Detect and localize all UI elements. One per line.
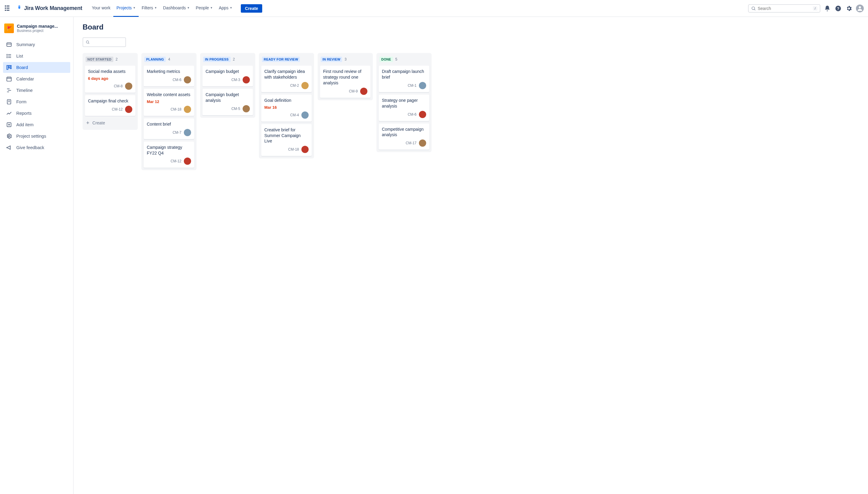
card-title: Marketing metrics <box>147 69 191 74</box>
global-search[interactable]: / <box>748 4 820 13</box>
board-card[interactable]: Creative brief for Summer Campaign LiveC… <box>261 124 312 156</box>
board-card[interactable]: Campaign final checkCM-12 <box>85 95 135 116</box>
nav-apps[interactable]: Apps▼ <box>216 0 235 17</box>
svg-point-0 <box>752 7 755 10</box>
assignee-avatar[interactable] <box>419 82 426 89</box>
board-card[interactable]: Campaign budgetCM-3 <box>203 66 253 87</box>
nav-your-work[interactable]: Your work <box>89 0 114 17</box>
assignee-avatar[interactable] <box>184 157 191 165</box>
card-title: Competitive campaign analysis <box>382 127 426 138</box>
assignee-avatar[interactable] <box>243 105 250 112</box>
nav-people[interactable]: People▼ <box>192 0 216 17</box>
svg-point-10 <box>7 54 7 55</box>
svg-point-30 <box>86 41 89 43</box>
board-column: PLANNING4Marketing metricsCM-6Website co… <box>141 53 197 170</box>
sidebar-item-add[interactable]: Add item <box>3 119 70 130</box>
sidebar-item-calendar[interactable]: Calendar <box>3 74 70 84</box>
assignee-avatar[interactable] <box>419 139 426 147</box>
column-label: DONE <box>380 57 393 62</box>
gear-icon <box>6 133 12 139</box>
assignee-avatar[interactable] <box>184 129 191 136</box>
sidebar-item-settings[interactable]: Project settings <box>3 131 70 141</box>
board-card[interactable]: Campaign strategy FY22 Q4CM-12 <box>144 141 194 168</box>
board-card[interactable]: Draft campaign launch briefCM-1 <box>379 66 429 92</box>
board-card[interactable]: Strategy one pager analysisCM-6 <box>379 95 429 121</box>
card-title: Strategy one pager analysis <box>382 98 426 109</box>
board-card[interactable]: Social media assets6 days agoCM-8 <box>85 66 135 93</box>
board-card[interactable]: Competitive campaign analysisCM-17 <box>379 124 429 150</box>
assignee-avatar[interactable] <box>301 111 309 119</box>
sidebar-item-list[interactable]: List <box>3 51 70 61</box>
assignee-avatar[interactable] <box>301 82 309 89</box>
project-header[interactable]: 🚩 Campaign manage... Business project <box>3 21 70 39</box>
assignee-avatar[interactable] <box>184 106 191 113</box>
column-header[interactable]: IN PROGRESS2 <box>203 55 253 63</box>
column-label: PLANNING <box>144 57 166 62</box>
svg-text:?: ? <box>837 6 839 11</box>
column-header[interactable]: IN REVIEW3 <box>320 55 370 63</box>
card-footer: CM-5 <box>206 105 250 112</box>
svg-point-29 <box>8 136 10 137</box>
svg-point-12 <box>7 57 7 58</box>
board-card[interactable]: Clarify campaign idea with stakeholdersC… <box>261 66 312 92</box>
sidebar-item-board[interactable]: Board <box>3 62 70 73</box>
card-title: First round review of strategy round one… <box>323 69 367 86</box>
board-card[interactable]: Website content assetsMar 12CM-18 <box>144 89 194 116</box>
create-button[interactable]: Create <box>241 4 262 13</box>
project-type: Business project <box>17 28 58 33</box>
card-footer: CM-8 <box>88 82 132 90</box>
project-name: Campaign manage... <box>17 24 58 28</box>
card-title: Goal definition <box>264 98 309 103</box>
settings-icon[interactable] <box>845 4 853 12</box>
card-title: Content brief <box>147 121 191 127</box>
assignee-avatar[interactable] <box>301 146 309 153</box>
card-key: CM-6 <box>173 78 181 82</box>
help-icon[interactable]: ? <box>834 4 842 12</box>
column-header[interactable]: DONE5 <box>379 55 429 63</box>
column-count: 3 <box>345 57 347 61</box>
column-header[interactable]: NOT STARTED2 <box>85 55 135 63</box>
svg-rect-15 <box>10 65 11 69</box>
assignee-avatar[interactable] <box>243 76 250 83</box>
assignee-avatar[interactable] <box>419 111 426 118</box>
card-title: Clarify campaign idea with stakeholders <box>264 69 309 80</box>
profile-avatar[interactable] <box>856 4 864 12</box>
card-footer: CM-18 <box>264 146 309 153</box>
assignee-avatar[interactable] <box>125 106 132 113</box>
sidebar-item-form[interactable]: Form <box>3 96 70 107</box>
card-title: Campaign final check <box>88 98 132 104</box>
card-key: CM-18 <box>288 147 299 152</box>
column-header[interactable]: PLANNING4 <box>144 55 194 63</box>
assignee-avatar[interactable] <box>184 76 191 83</box>
sidebar-item-reports[interactable]: Reports <box>3 108 70 119</box>
board-card[interactable]: Marketing metricsCM-6 <box>144 66 194 87</box>
search-input[interactable] <box>758 6 811 11</box>
assignee-avatar[interactable] <box>125 82 132 90</box>
sidebar-item-feedback[interactable]: Give feedback <box>3 142 70 153</box>
board-card[interactable]: Content briefCM-7 <box>144 118 194 139</box>
nav-filters[interactable]: Filters▼ <box>138 0 160 17</box>
create-card-button[interactable]: +Create <box>85 118 135 128</box>
notifications-icon[interactable] <box>824 4 831 12</box>
chevron-down-icon: ▼ <box>210 6 213 10</box>
board-card[interactable]: Goal definitionMar 16CM-4 <box>261 95 312 122</box>
sidebar-item-timeline[interactable]: Timeline <box>3 85 70 96</box>
app-switcher-icon[interactable] <box>4 5 12 12</box>
nav-dashboards[interactable]: Dashboards▼ <box>160 0 192 17</box>
plus-icon: + <box>86 120 90 126</box>
card-date: Mar 12 <box>147 99 191 104</box>
board-search-input[interactable] <box>91 40 123 44</box>
nav-projects[interactable]: Projects▼ <box>113 0 138 17</box>
card-title: Draft campaign launch brief <box>382 69 426 80</box>
board-search[interactable] <box>82 37 126 47</box>
board-card[interactable]: Campaign budget analysisCM-5 <box>203 89 253 115</box>
chevron-down-icon: ▼ <box>187 6 190 10</box>
card-title: Campaign budget <box>206 69 250 74</box>
sidebar-item-summary[interactable]: Summary <box>3 39 70 50</box>
board-card[interactable]: First round review of strategy round one… <box>320 66 370 98</box>
chevron-down-icon: ▼ <box>133 6 136 10</box>
brand[interactable]: Jira Work Management <box>16 4 82 12</box>
assignee-avatar[interactable] <box>360 88 367 95</box>
svg-rect-14 <box>8 65 10 68</box>
column-header[interactable]: READY FOR REVIEW <box>261 55 312 63</box>
